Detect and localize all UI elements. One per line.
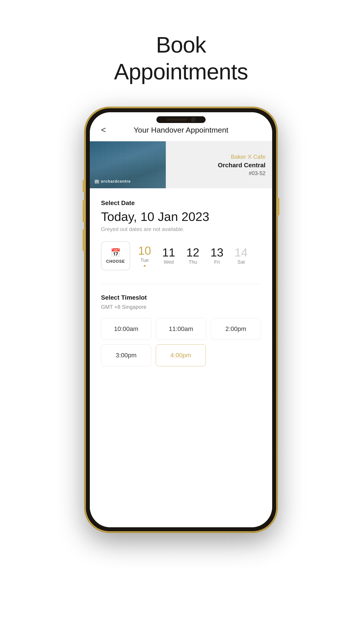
front-camera: [191, 118, 195, 122]
timeslot-section-label: Select Timeslot: [101, 294, 261, 301]
venue-brand: Baker X Cafe: [231, 154, 266, 160]
volume-down-button: [83, 229, 85, 251]
date-section-label: Select Date: [101, 200, 261, 206]
timeslot-1000am[interactable]: 10:00am: [101, 318, 151, 340]
app-content: < Your Handover Appointment 🏢 orchardcen…: [90, 112, 272, 527]
date-item-13[interactable]: 13 Fri: [207, 247, 227, 265]
timeslot-grid: 10:00am 11:00am 2:00pm: [101, 318, 261, 340]
phone-frame: < Your Handover Appointment 🏢 orchardcen…: [85, 107, 277, 532]
venue-name: Orchard Central: [218, 162, 266, 169]
date-hint: Greyed out dates are not available.: [101, 226, 261, 232]
date-day-11: Wed: [164, 259, 174, 265]
choose-label: CHOOSE: [106, 259, 125, 264]
date-row: 📅 CHOOSE 10 Tue: [101, 241, 261, 277]
page-title-area: Book Appointments: [114, 31, 248, 85]
section-date: Select Date Today, 10 Jan 2023 Greyed ou…: [90, 188, 272, 284]
venue-image: 🏢 orchardcentre: [90, 141, 166, 188]
timeslot-1100am[interactable]: 11:00am: [156, 318, 206, 340]
timeslot-row-partial: 3:00pm 4:00pm: [101, 344, 261, 366]
back-button[interactable]: <: [101, 125, 106, 135]
date-num-13: 13: [211, 247, 223, 258]
date-num-12: 12: [186, 247, 199, 258]
date-num-14: 14: [235, 247, 248, 258]
timeslot-400pm[interactable]: 4:00pm: [156, 344, 206, 366]
mute-button: [83, 180, 85, 192]
date-item-12[interactable]: 12 Thu: [183, 247, 203, 265]
current-date-display: Today, 10 Jan 2023: [101, 209, 261, 224]
date-item-14[interactable]: 14 Sat: [231, 247, 251, 265]
date-dot-10: [144, 265, 145, 267]
date-day-14: Sat: [237, 259, 245, 265]
phone-screen: < Your Handover Appointment 🏢 orchardcen…: [90, 112, 272, 527]
date-item-10[interactable]: 10 Tue: [134, 245, 155, 267]
date-day-10: Tue: [140, 258, 149, 263]
header-title: Your Handover Appointment: [134, 126, 228, 134]
power-button: [277, 198, 279, 216]
volume-up-button: [83, 200, 85, 222]
page-title-line2: Appointments: [114, 58, 248, 85]
venue-card: 🏢 orchardcentre Baker X Cafe Orchard Cen…: [90, 141, 272, 188]
timeslot-300pm[interactable]: 3:00pm: [101, 344, 151, 366]
phone-notch: [156, 116, 206, 123]
date-num-11: 11: [162, 247, 175, 258]
venue-unit: #03-52: [249, 170, 266, 176]
date-day-13: Fri: [214, 259, 220, 265]
section-timeslot: Select Timeslot GMT +8 Singapore 10:00am…: [90, 284, 272, 373]
page-title-line1: Book: [114, 31, 248, 58]
timeslot-200pm[interactable]: 2:00pm: [211, 318, 261, 340]
timezone-label: GMT +8 Singapore: [101, 304, 261, 310]
calendar-icon: 📅: [111, 248, 121, 258]
calendar-choose-button[interactable]: 📅 CHOOSE: [101, 241, 130, 270]
venue-info: Baker X Cafe Orchard Central #03-52: [166, 141, 272, 188]
date-num-10: 10: [138, 245, 151, 256]
main-scroll: Select Date Today, 10 Jan 2023 Greyed ou…: [90, 188, 272, 527]
date-item-11[interactable]: 11 Wed: [159, 247, 179, 265]
venue-logo-text: 🏢 orchardcentre: [94, 179, 131, 184]
phone-wrapper: < Your Handover Appointment 🏢 orchardcen…: [85, 107, 277, 532]
date-day-12: Thu: [189, 259, 197, 265]
date-items: 10 Tue 11 Wed 12 Thu: [134, 245, 261, 267]
speaker: [167, 118, 187, 121]
